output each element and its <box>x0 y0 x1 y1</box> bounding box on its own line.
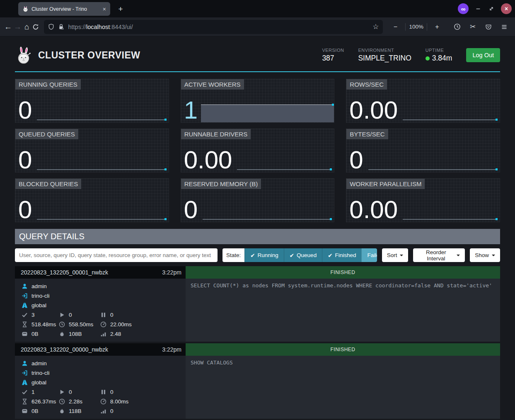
clock-icon <box>59 321 65 328</box>
pocket-icon[interactable] <box>482 20 495 34</box>
tab-close-icon[interactable]: × <box>102 6 107 12</box>
zoom-in-button[interactable]: + <box>430 20 444 34</box>
forward-icon[interactable]: → <box>14 20 22 34</box>
url-scheme: https:// <box>68 24 86 30</box>
back-icon[interactable]: ← <box>4 20 12 34</box>
query-resource-group: global <box>31 379 46 386</box>
show-dropdown[interactable]: Show <box>470 248 500 262</box>
query-source-row: trino-cli <box>22 291 186 301</box>
version-block: VERSION 387 <box>322 48 344 63</box>
state-running-label: Running <box>257 252 278 258</box>
query-times-row: 518.48ms 558.50ms 22.00ms <box>22 320 186 329</box>
query-id-link[interactable]: 20220823_132202_00000_nwbzk <box>21 346 108 353</box>
sparkline-area <box>201 104 334 122</box>
query-source: trino-cli <box>31 293 50 299</box>
version-value: 387 <box>322 54 344 63</box>
logout-button[interactable]: Log Out <box>466 48 500 62</box>
sparkline-dot <box>330 218 332 220</box>
check-icon: ✔ <box>250 252 255 259</box>
state-finished-button[interactable]: ✔Finished <box>322 248 361 262</box>
state-queued-label: Queued <box>297 252 317 258</box>
sparkline <box>237 169 331 170</box>
current-memory: 0B <box>31 408 39 414</box>
state-running-button[interactable]: ✔Running <box>244 248 284 262</box>
stat-label: RESERVED MEMORY (B) <box>181 179 261 189</box>
reload-icon[interactable] <box>32 20 39 34</box>
query-resource-group: global <box>31 302 46 308</box>
bar-chart-icon <box>100 408 106 414</box>
zoom-level[interactable]: 100% <box>409 24 423 30</box>
wall-time: 558.50ms <box>69 321 93 328</box>
user-icon <box>22 283 28 289</box>
queued-time: 518.48ms <box>31 321 56 328</box>
wall-time: 2.28s <box>69 398 82 405</box>
url-path: :8443/ui/ <box>110 24 133 30</box>
query-filter-input[interactable] <box>15 248 218 262</box>
environment-label: ENVIRONMENT <box>358 48 411 53</box>
menu-hamburger-icon[interactable] <box>498 20 511 34</box>
private-browsing-icon: ∞ <box>458 3 469 14</box>
uptime-block: UPTIME 3.84m <box>426 48 452 63</box>
stat-panel-blocked-queries: BLOCKED QUERIES 0 <box>15 178 169 222</box>
sign-in-icon <box>22 370 28 376</box>
stat-value: 0 <box>18 148 32 171</box>
uptime-label: UPTIME <box>426 48 452 53</box>
zoom-out-button[interactable]: − <box>389 20 402 34</box>
road-icon <box>22 379 28 386</box>
window-controls: ∞ × <box>458 0 512 17</box>
peak-memory: 108B <box>69 331 82 337</box>
sparkline-dot <box>164 218 167 220</box>
queued-splits: 0 <box>110 389 114 395</box>
cpu-time: 8.00ms <box>110 398 128 405</box>
uptime-status-dot <box>426 56 430 61</box>
running-splits: 0 <box>69 312 72 318</box>
shield-icon[interactable] <box>48 24 54 30</box>
sparkline-dot <box>330 168 332 170</box>
query-id-link[interactable]: 20220823_132205_00001_nwbzk <box>21 269 108 276</box>
lock-warning-icon[interactable] <box>58 24 64 30</box>
url-host: localhost <box>86 24 110 30</box>
query-sql-text: SELECT COUNT(*) as nodes FROM system.run… <box>191 282 495 290</box>
window-minimize-button[interactable] <box>474 5 482 12</box>
query-status-bar: FINISHED <box>186 343 500 356</box>
zoom-controls: − 100% + <box>389 20 444 34</box>
sort-label: Sort <box>387 252 397 258</box>
running-splits: 0 <box>69 389 72 395</box>
query-time: 3:22pm <box>162 346 181 353</box>
window-close-button[interactable]: × <box>501 3 512 14</box>
check-icon: ✔ <box>290 252 294 259</box>
hourglass-icon <box>22 321 28 328</box>
url-text[interactable]: https://localhost:8443/ui/ <box>68 24 369 30</box>
status-badge: FINISHED <box>330 269 355 275</box>
sort-dropdown[interactable]: Sort <box>382 248 409 262</box>
stat-value: 0 <box>349 148 363 171</box>
query-sql-text: SHOW CATALOGS <box>191 359 495 367</box>
stat-panel-active-workers: ACTIVE WORKERS 1 <box>181 79 335 123</box>
browser-toolbar: ← → ⌂ https://localhost:8443/ui/ ☆ − 100… <box>0 17 515 36</box>
reorder-interval-dropdown[interactable]: Reorder Interval <box>413 248 465 262</box>
new-tab-button[interactable]: + <box>114 2 127 16</box>
query-header: 20220823_132205_00001_nwbzk 3:22pm <box>15 266 186 279</box>
state-failed-dropdown[interactable]: Failed <box>361 248 377 262</box>
query-times-row: 626.37ms 2.28s 8.00ms <box>22 397 186 406</box>
pause-icon <box>100 389 106 395</box>
browser-tab[interactable]: Cluster Overview - Trino × <box>18 2 110 16</box>
bookmark-star-icon[interactable]: ☆ <box>372 22 379 31</box>
url-bar[interactable]: https://localhost:8443/ui/ ☆ <box>44 20 383 34</box>
query-user-row: admin <box>22 282 186 291</box>
history-clock-icon[interactable] <box>450 20 464 34</box>
play-icon <box>59 389 65 395</box>
state-queued-button[interactable]: ✔Queued <box>284 248 322 262</box>
version-label: VERSION <box>322 48 344 53</box>
window-maximize-button[interactable] <box>488 5 495 12</box>
query-user: admin <box>31 360 47 367</box>
stat-value: 1 <box>184 99 198 121</box>
gauge-icon <box>100 398 106 405</box>
stat-value: 0 <box>18 198 32 221</box>
home-icon[interactable]: ⌂ <box>23 20 30 34</box>
stat-label: RUNNING QUERIES <box>15 79 81 90</box>
sparkline <box>403 219 497 220</box>
query-resource-group-row: global <box>22 378 186 387</box>
screenshot-icon[interactable]: ✂ <box>466 20 479 34</box>
state-finished-label: Finished <box>335 252 356 258</box>
